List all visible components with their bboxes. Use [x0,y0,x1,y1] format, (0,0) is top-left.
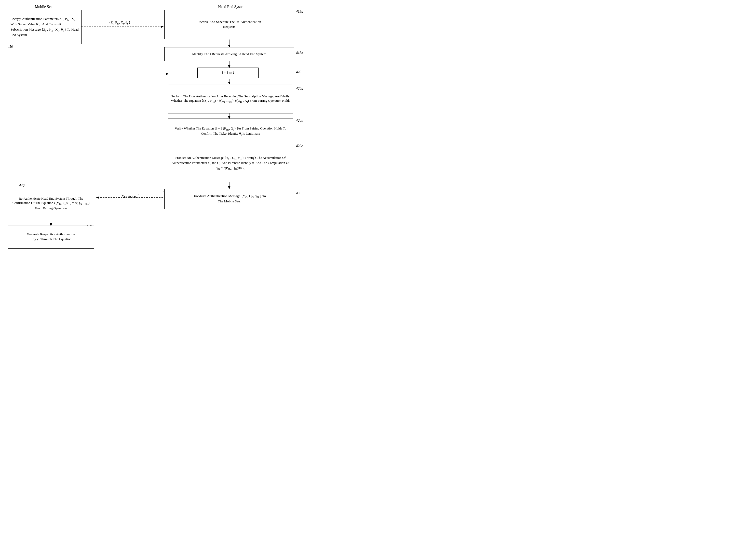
num-415b: 415b [296,51,303,55]
num-420: 420 [296,70,301,74]
box-420b-text: Verify Whether The Equation θi = ê (PHs,… [171,126,290,136]
box-440: Re-Authenticate Head End System Through … [8,189,94,218]
msg2-label: {YG, QG, γG } [99,194,160,198]
loop-label-box: i = 1 to l [197,68,259,78]
box-430: Broadcast Authentication Message {YG, QG… [164,189,294,209]
num-415a: 415a [296,10,303,14]
box-430-text: Broadcast Authentication Message {YG, QG… [193,194,266,204]
box-415a: Receive And Schedule The Re-Authenticati… [164,10,294,39]
diagram: Mobile Set Encrypt Authentication Parame… [0,0,378,272]
num-410: 410 [8,45,13,49]
num-420a: 420a [296,87,303,91]
box-420c: Produce An Authentication Message {YG, Q… [168,144,293,182]
box-415a-text: Receive And Schedule The Re-Authenticati… [197,20,261,29]
box-420c-text: Produce An Authentication Message {YG, Q… [171,155,290,171]
num-420c: 420c [296,144,303,148]
box-420a-text: Perform The User Authentication After Re… [171,94,290,104]
head-end-label: Head End System [168,5,295,9]
msg1-label: {Zi, PIs, Xi, θi } [84,20,155,25]
box-420b: Verify Whether The Equation θi = ê (PHs,… [168,118,293,144]
num-430: 430 [296,191,301,195]
box-415b: Identify The l Requests Arriving At Head… [164,47,294,61]
num-440: 440 [19,183,24,188]
box-420a: Perform The User Authentication After Re… [168,84,293,113]
box-440-text: Re-Authenticate Head End System Through … [10,196,91,210]
loop-label-text: i = 1 to l [222,71,234,75]
box-450-text: Generate Respective AuthorizationKey γi … [27,232,75,242]
mobile-set-label: Mobile Set [10,5,76,9]
box-410: Encrypt Authentication Parameters Zi , P… [8,10,82,44]
box-450: Generate Respective AuthorizationKey γi … [8,225,94,248]
box-410-text: Encrypt Authentication Parameters Zi , P… [10,17,79,37]
num-420b: 420b [296,118,303,123]
box-415b-text: Identify The l Requests Arriving At Head… [192,52,266,56]
